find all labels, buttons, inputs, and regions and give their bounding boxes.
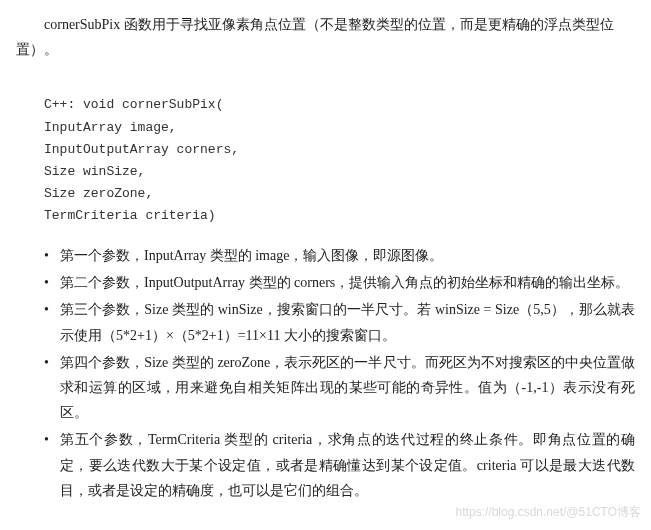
list-item: 第五个参数，TermCriteria 类型的 criteria，求角点的迭代过程…: [44, 427, 635, 503]
list-item: 第二个参数，InputOutputArray 类型的 corners，提供输入角…: [44, 270, 635, 295]
code-signature: C++: void cornerSubPix( InputArray image…: [44, 72, 635, 227]
list-item: 第三个参数，Size 类型的 winSize，搜索窗口的一半尺寸。若 winSi…: [44, 297, 635, 347]
watermark-text: https://blog.csdn.net/@51CTO博客: [456, 502, 641, 524]
list-item: 第一个参数，InputArray 类型的 image，输入图像，即源图像。: [44, 243, 635, 268]
code-line: InputOutputArray corners,: [44, 142, 239, 157]
parameter-list: 第一个参数，InputArray 类型的 image，输入图像，即源图像。 第二…: [16, 243, 635, 503]
list-item: 第四个参数，Size 类型的 zeroZone，表示死区的一半尺寸。而死区为不对…: [44, 350, 635, 426]
intro-paragraph: cornerSubPix 函数用于寻找亚像素角点位置（不是整数类型的位置，而是更…: [16, 12, 635, 62]
code-line: C++: void cornerSubPix(: [44, 97, 223, 112]
code-line: Size zeroZone,: [44, 186, 153, 201]
code-line: TermCriteria criteria): [44, 208, 216, 223]
code-line: Size winSize,: [44, 164, 145, 179]
code-line: InputArray image,: [44, 120, 177, 135]
